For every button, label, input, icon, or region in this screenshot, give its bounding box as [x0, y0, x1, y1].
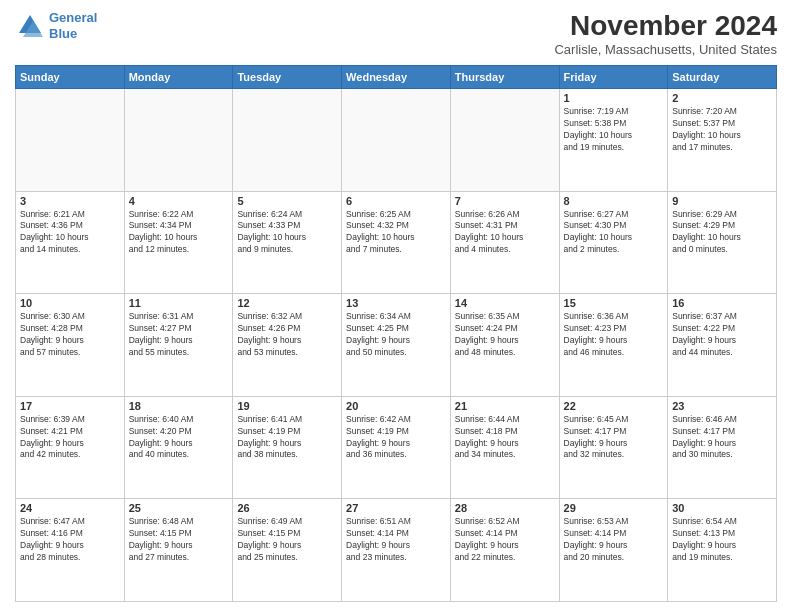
day-info: Sunrise: 6:32 AM Sunset: 4:26 PM Dayligh…: [237, 311, 337, 359]
day-number: 19: [237, 400, 337, 412]
day-info: Sunrise: 6:25 AM Sunset: 4:32 PM Dayligh…: [346, 209, 446, 257]
day-number: 20: [346, 400, 446, 412]
day-info: Sunrise: 6:48 AM Sunset: 4:15 PM Dayligh…: [129, 516, 229, 564]
day-info: Sunrise: 6:35 AM Sunset: 4:24 PM Dayligh…: [455, 311, 555, 359]
day-info: Sunrise: 6:52 AM Sunset: 4:14 PM Dayligh…: [455, 516, 555, 564]
days-of-week-row: SundayMondayTuesdayWednesdayThursdayFrid…: [16, 66, 777, 89]
day-info: Sunrise: 6:22 AM Sunset: 4:34 PM Dayligh…: [129, 209, 229, 257]
logo-icon: [15, 11, 45, 41]
calendar-cell: 10Sunrise: 6:30 AM Sunset: 4:28 PM Dayli…: [16, 294, 125, 397]
calendar-cell: 5Sunrise: 6:24 AM Sunset: 4:33 PM Daylig…: [233, 191, 342, 294]
day-info: Sunrise: 6:29 AM Sunset: 4:29 PM Dayligh…: [672, 209, 772, 257]
week-row-5: 24Sunrise: 6:47 AM Sunset: 4:16 PM Dayli…: [16, 499, 777, 602]
day-info: Sunrise: 6:31 AM Sunset: 4:27 PM Dayligh…: [129, 311, 229, 359]
day-number: 24: [20, 502, 120, 514]
calendar-cell: 14Sunrise: 6:35 AM Sunset: 4:24 PM Dayli…: [450, 294, 559, 397]
week-row-4: 17Sunrise: 6:39 AM Sunset: 4:21 PM Dayli…: [16, 396, 777, 499]
day-info: Sunrise: 7:19 AM Sunset: 5:38 PM Dayligh…: [564, 106, 664, 154]
day-number: 16: [672, 297, 772, 309]
day-info: Sunrise: 6:46 AM Sunset: 4:17 PM Dayligh…: [672, 414, 772, 462]
calendar-cell: [450, 89, 559, 192]
day-number: 11: [129, 297, 229, 309]
calendar-cell: 28Sunrise: 6:52 AM Sunset: 4:14 PM Dayli…: [450, 499, 559, 602]
day-header-monday: Monday: [124, 66, 233, 89]
day-info: Sunrise: 6:37 AM Sunset: 4:22 PM Dayligh…: [672, 311, 772, 359]
day-number: 30: [672, 502, 772, 514]
day-number: 12: [237, 297, 337, 309]
day-number: 21: [455, 400, 555, 412]
day-number: 23: [672, 400, 772, 412]
day-info: Sunrise: 6:51 AM Sunset: 4:14 PM Dayligh…: [346, 516, 446, 564]
day-number: 10: [20, 297, 120, 309]
calendar-cell: [233, 89, 342, 192]
calendar-cell: 21Sunrise: 6:44 AM Sunset: 4:18 PM Dayli…: [450, 396, 559, 499]
header: General Blue November 2024 Carlisle, Mas…: [15, 10, 777, 57]
logo-line1: General: [49, 10, 97, 25]
day-number: 13: [346, 297, 446, 309]
calendar-cell: 1Sunrise: 7:19 AM Sunset: 5:38 PM Daylig…: [559, 89, 668, 192]
day-info: Sunrise: 6:44 AM Sunset: 4:18 PM Dayligh…: [455, 414, 555, 462]
day-number: 27: [346, 502, 446, 514]
calendar-cell: 12Sunrise: 6:32 AM Sunset: 4:26 PM Dayli…: [233, 294, 342, 397]
day-info: Sunrise: 6:36 AM Sunset: 4:23 PM Dayligh…: [564, 311, 664, 359]
month-title: November 2024: [554, 10, 777, 42]
calendar-cell: 30Sunrise: 6:54 AM Sunset: 4:13 PM Dayli…: [668, 499, 777, 602]
day-header-wednesday: Wednesday: [342, 66, 451, 89]
calendar-cell: 26Sunrise: 6:49 AM Sunset: 4:15 PM Dayli…: [233, 499, 342, 602]
calendar-cell: 15Sunrise: 6:36 AM Sunset: 4:23 PM Dayli…: [559, 294, 668, 397]
calendar-cell: 19Sunrise: 6:41 AM Sunset: 4:19 PM Dayli…: [233, 396, 342, 499]
day-info: Sunrise: 6:34 AM Sunset: 4:25 PM Dayligh…: [346, 311, 446, 359]
day-info: Sunrise: 6:54 AM Sunset: 4:13 PM Dayligh…: [672, 516, 772, 564]
calendar-cell: [124, 89, 233, 192]
day-info: Sunrise: 6:53 AM Sunset: 4:14 PM Dayligh…: [564, 516, 664, 564]
day-number: 8: [564, 195, 664, 207]
day-info: Sunrise: 6:24 AM Sunset: 4:33 PM Dayligh…: [237, 209, 337, 257]
day-number: 29: [564, 502, 664, 514]
logo: General Blue: [15, 10, 97, 41]
calendar-cell: [16, 89, 125, 192]
calendar-header: SundayMondayTuesdayWednesdayThursdayFrid…: [16, 66, 777, 89]
calendar-cell: 3Sunrise: 6:21 AM Sunset: 4:36 PM Daylig…: [16, 191, 125, 294]
day-info: Sunrise: 6:21 AM Sunset: 4:36 PM Dayligh…: [20, 209, 120, 257]
day-number: 25: [129, 502, 229, 514]
calendar-cell: 29Sunrise: 6:53 AM Sunset: 4:14 PM Dayli…: [559, 499, 668, 602]
day-header-saturday: Saturday: [668, 66, 777, 89]
location: Carlisle, Massachusetts, United States: [554, 42, 777, 57]
day-info: Sunrise: 6:30 AM Sunset: 4:28 PM Dayligh…: [20, 311, 120, 359]
week-row-3: 10Sunrise: 6:30 AM Sunset: 4:28 PM Dayli…: [16, 294, 777, 397]
day-number: 28: [455, 502, 555, 514]
day-number: 26: [237, 502, 337, 514]
calendar-cell: 9Sunrise: 6:29 AM Sunset: 4:29 PM Daylig…: [668, 191, 777, 294]
calendar-cell: 16Sunrise: 6:37 AM Sunset: 4:22 PM Dayli…: [668, 294, 777, 397]
day-number: 18: [129, 400, 229, 412]
day-number: 5: [237, 195, 337, 207]
logo-line2: Blue: [49, 26, 77, 41]
calendar-cell: [342, 89, 451, 192]
logo-text: General Blue: [49, 10, 97, 41]
calendar-cell: 17Sunrise: 6:39 AM Sunset: 4:21 PM Dayli…: [16, 396, 125, 499]
day-number: 22: [564, 400, 664, 412]
title-block: November 2024 Carlisle, Massachusetts, U…: [554, 10, 777, 57]
calendar-body: 1Sunrise: 7:19 AM Sunset: 5:38 PM Daylig…: [16, 89, 777, 602]
day-info: Sunrise: 6:26 AM Sunset: 4:31 PM Dayligh…: [455, 209, 555, 257]
calendar-cell: 18Sunrise: 6:40 AM Sunset: 4:20 PM Dayli…: [124, 396, 233, 499]
day-number: 7: [455, 195, 555, 207]
week-row-1: 1Sunrise: 7:19 AM Sunset: 5:38 PM Daylig…: [16, 89, 777, 192]
calendar-cell: 11Sunrise: 6:31 AM Sunset: 4:27 PM Dayli…: [124, 294, 233, 397]
day-number: 1: [564, 92, 664, 104]
calendar-table: SundayMondayTuesdayWednesdayThursdayFrid…: [15, 65, 777, 602]
calendar-cell: 4Sunrise: 6:22 AM Sunset: 4:34 PM Daylig…: [124, 191, 233, 294]
day-info: Sunrise: 7:20 AM Sunset: 5:37 PM Dayligh…: [672, 106, 772, 154]
day-number: 3: [20, 195, 120, 207]
day-info: Sunrise: 6:47 AM Sunset: 4:16 PM Dayligh…: [20, 516, 120, 564]
day-info: Sunrise: 6:49 AM Sunset: 4:15 PM Dayligh…: [237, 516, 337, 564]
calendar-cell: 24Sunrise: 6:47 AM Sunset: 4:16 PM Dayli…: [16, 499, 125, 602]
calendar-cell: 20Sunrise: 6:42 AM Sunset: 4:19 PM Dayli…: [342, 396, 451, 499]
day-header-tuesday: Tuesday: [233, 66, 342, 89]
day-header-sunday: Sunday: [16, 66, 125, 89]
day-number: 2: [672, 92, 772, 104]
day-number: 6: [346, 195, 446, 207]
day-number: 15: [564, 297, 664, 309]
day-number: 14: [455, 297, 555, 309]
day-info: Sunrise: 6:42 AM Sunset: 4:19 PM Dayligh…: [346, 414, 446, 462]
